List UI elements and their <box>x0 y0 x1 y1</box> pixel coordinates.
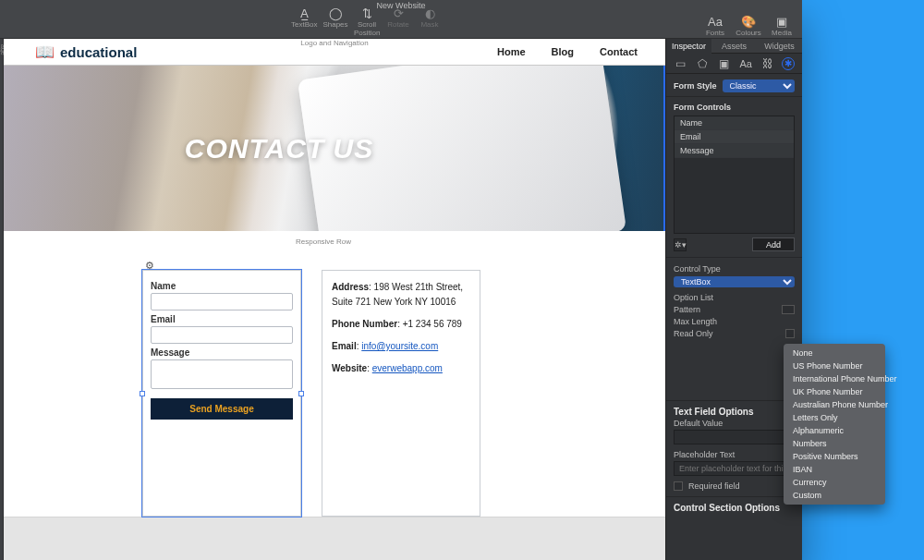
form-email-label: Email <box>151 314 293 324</box>
media-icon: ▣ <box>769 14 795 29</box>
default-value-input[interactable] <box>674 430 795 444</box>
inspector-mode-row: ▭ ⬠ ▣ Aa ⛓ ✱ <box>666 54 802 74</box>
pattern-option[interactable]: International Phone Number <box>784 372 885 385</box>
pattern-option[interactable]: Letters Only <box>784 411 885 424</box>
nav-contact[interactable]: Contact <box>600 46 638 57</box>
form-controls-label: Form Controls <box>674 103 795 112</box>
tool-rotate: ⟳Rotate <box>385 6 411 37</box>
page-icon[interactable]: ▭ <box>674 56 688 71</box>
info-phone-label: Phone Number <box>332 319 397 329</box>
scroll-icon: ⇅ <box>354 6 380 20</box>
pattern-option[interactable]: US Phone Number <box>784 359 885 372</box>
info-website-link[interactable]: everwebapp.com <box>372 363 443 373</box>
contact-form-widget[interactable]: ⚙ Name Email Message Send Message <box>142 270 301 517</box>
site-hero[interactable]: CONTACT US <box>4 65 665 231</box>
read-only-checkbox[interactable] <box>785 329 795 338</box>
max-length-label: Max Length <box>674 317 729 326</box>
pattern-option[interactable]: Currency <box>784 476 885 489</box>
tool-mask: ◐Mask <box>417 6 443 37</box>
form-name-label: Name <box>151 281 293 291</box>
textbox-icon: A̲ <box>291 6 317 20</box>
section-label-row: Responsive Row <box>296 237 351 246</box>
main-toolbar: A̲TextBox◯Shapes⇅Scroll Position⟳Rotate◐… <box>0 11 802 39</box>
design-canvas[interactable]: Logo and Navigation Responsive Row 📖 edu… <box>4 39 665 560</box>
form-message-label: Message <box>151 347 293 358</box>
pattern-option[interactable]: Positive Numbers <box>784 450 885 463</box>
pattern-select[interactable] <box>782 305 795 314</box>
form-style-label: Form Style <box>674 81 717 91</box>
site-brand-text: educational <box>60 44 137 60</box>
list-item[interactable]: Message <box>675 144 794 158</box>
section-label-logo: Logo and Navigation <box>300 39 368 47</box>
site-brand[interactable]: 📖 educational <box>35 43 137 62</box>
book-open-icon: 📖 <box>35 43 55 62</box>
text-field-options-heading: Text Field Options <box>666 401 802 419</box>
tool-textbox[interactable]: A̲TextBox <box>291 6 317 37</box>
widget-settings-icon[interactable]: ✱ <box>782 57 795 70</box>
tab-widgets[interactable]: Widgets <box>757 39 802 54</box>
form-message-input[interactable] <box>151 359 293 389</box>
placeholder-text-label: Placeholder Text <box>666 450 802 459</box>
hero-title: CONTACT US <box>185 133 373 164</box>
pattern-option[interactable]: Australian Phone Number <box>784 398 885 411</box>
resize-handle-right[interactable] <box>298 391 304 396</box>
form-controls-list[interactable]: NameEmailMessage <box>674 116 795 234</box>
info-website-label: Website <box>332 363 367 373</box>
tool-media[interactable]: ▣Media <box>769 14 795 37</box>
form-email-input[interactable] <box>151 326 293 344</box>
tool-scroll[interactable]: ⇅Scroll Position <box>354 6 380 37</box>
tab-assets[interactable]: Assets <box>711 39 757 54</box>
pattern-option[interactable]: None <box>784 347 885 359</box>
shapes-icon: ◯ <box>322 6 348 20</box>
nav-home[interactable]: Home <box>497 46 526 57</box>
colours-icon: 🎨 <box>736 14 761 29</box>
text-icon[interactable]: Aa <box>738 56 753 71</box>
pattern-dropdown-menu[interactable]: NoneUS Phone NumberInternational Phone N… <box>784 344 885 505</box>
widget-gear-icon[interactable]: ⚙ <box>145 260 158 273</box>
contact-info-card[interactable]: Address: 198 West 21th Street, Suite 721… <box>322 270 480 517</box>
list-gear-button[interactable]: ✲▾ <box>674 238 687 251</box>
rotate-icon: ⟳ <box>385 6 411 20</box>
read-only-label: Read Only <box>674 329 729 338</box>
info-email-label: Email <box>332 341 357 351</box>
list-item[interactable]: Email <box>675 130 794 144</box>
form-name-input[interactable] <box>151 293 293 310</box>
control-section-options-heading: Control Section Options <box>666 496 802 515</box>
form-style-select[interactable]: Classic <box>723 79 795 92</box>
pattern-option[interactable]: UK Phone Number <box>784 385 885 398</box>
nav-blog[interactable]: Blog <box>552 46 574 57</box>
pattern-option[interactable]: Custom <box>784 489 885 502</box>
fonts-icon: Aa <box>702 14 728 29</box>
pattern-label: Pattern <box>674 305 729 314</box>
list-item[interactable]: Name <box>675 116 794 130</box>
tool-colours[interactable]: 🎨Colours <box>736 14 761 37</box>
inspector-panel: Inspector Assets Widgets ▭ ⬠ ▣ Aa ⛓ ✱ Fo… <box>665 39 802 560</box>
control-type-label: Control Type <box>674 264 729 274</box>
info-email-link[interactable]: info@yoursite.com <box>361 341 438 351</box>
link-icon[interactable]: ⛓ <box>760 56 775 71</box>
control-type-select[interactable]: TextBox <box>674 276 795 287</box>
info-address-label: Address <box>332 282 369 292</box>
required-checkbox[interactable] <box>674 481 683 491</box>
app-window: New Website A̲TextBox◯Shapes⇅Scroll Posi… <box>0 0 802 560</box>
pattern-option[interactable]: Alphanumeric <box>784 424 885 437</box>
mask-icon: ◐ <box>417 6 443 20</box>
resize-handle-left[interactable] <box>140 391 145 396</box>
shape-icon[interactable]: ⬠ <box>695 56 710 71</box>
default-value-label: Default Value <box>666 419 802 428</box>
add-control-button[interactable]: Add <box>752 237 795 251</box>
placeholder-text-input[interactable] <box>674 461 795 476</box>
tab-inspector[interactable]: Inspector <box>666 39 711 54</box>
form-submit-button[interactable]: Send Message <box>151 398 293 420</box>
pattern-option[interactable]: Numbers <box>784 437 885 450</box>
pattern-option[interactable]: IBAN <box>784 463 885 476</box>
tool-shapes[interactable]: ◯Shapes <box>322 6 348 37</box>
option-list-label: Option List <box>674 293 729 302</box>
tool-fonts[interactable]: AaFonts <box>702 14 728 37</box>
info-phone-value: : +1 234 56 789 <box>397 319 462 329</box>
required-label: Required field <box>688 481 740 491</box>
image-icon[interactable]: ▣ <box>717 56 732 71</box>
site-content: ⚙ Name Email Message Send Message Addres… <box>4 231 665 517</box>
site-footer-placeholder <box>4 517 665 560</box>
